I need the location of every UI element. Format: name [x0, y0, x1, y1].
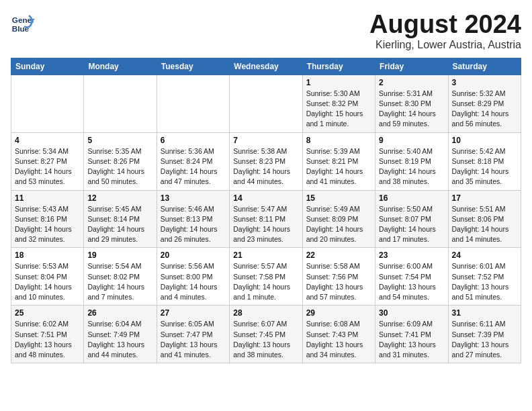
day-number: 12 [87, 193, 152, 203]
weekday-header-row: SundayMondayTuesdayWednesdayThursdayFrid… [11, 58, 521, 75]
day-info: Sunrise: 6:07 AM Sunset: 7:45 PM Dayligh… [233, 319, 298, 360]
day-info: Sunrise: 5:45 AM Sunset: 8:14 PM Dayligh… [87, 204, 152, 245]
day-number: 2 [379, 78, 444, 87]
day-cell-21: 21Sunrise: 5:57 AM Sunset: 7:58 PM Dayli… [230, 248, 302, 306]
day-cell-24: 24Sunrise: 6:01 AM Sunset: 7:52 PM Dayli… [448, 248, 521, 306]
day-info: Sunrise: 5:32 AM Sunset: 8:29 PM Dayligh… [452, 89, 517, 130]
day-info: Sunrise: 5:40 AM Sunset: 8:19 PM Dayligh… [379, 146, 444, 187]
day-info: Sunrise: 5:30 AM Sunset: 8:32 PM Dayligh… [306, 89, 371, 130]
day-info: Sunrise: 5:35 AM Sunset: 8:26 PM Dayligh… [87, 146, 152, 187]
day-number: 25 [15, 308, 80, 318]
empty-cell [157, 75, 229, 132]
day-number: 8 [306, 136, 371, 145]
week-row-2: 4Sunrise: 5:34 AM Sunset: 8:27 PM Daylig… [11, 132, 521, 190]
day-number: 13 [161, 193, 226, 203]
day-cell-29: 29Sunrise: 6:08 AM Sunset: 7:43 PM Dayli… [302, 306, 375, 363]
day-cell-1: 1Sunrise: 5:30 AM Sunset: 8:32 PM Daylig… [302, 75, 375, 132]
empty-cell [230, 75, 302, 132]
weekday-header-thursday: Thursday [302, 58, 375, 75]
logo-icon: General Blue [11, 11, 35, 35]
day-cell-14: 14Sunrise: 5:47 AM Sunset: 8:11 PM Dayli… [230, 190, 302, 248]
day-cell-26: 26Sunrise: 6:04 AM Sunset: 7:49 PM Dayli… [84, 306, 157, 363]
day-cell-2: 2Sunrise: 5:31 AM Sunset: 8:30 PM Daylig… [375, 75, 448, 132]
day-info: Sunrise: 6:04 AM Sunset: 7:49 PM Dayligh… [87, 319, 152, 360]
day-number: 16 [379, 193, 444, 203]
day-cell-8: 8Sunrise: 5:39 AM Sunset: 8:21 PM Daylig… [302, 132, 375, 190]
day-info: Sunrise: 5:57 AM Sunset: 7:58 PM Dayligh… [233, 261, 298, 302]
day-cell-22: 22Sunrise: 5:58 AM Sunset: 7:56 PM Dayli… [302, 248, 375, 306]
day-cell-15: 15Sunrise: 5:49 AM Sunset: 8:09 PM Dayli… [302, 190, 375, 248]
day-number: 30 [379, 308, 444, 318]
week-row-3: 11Sunrise: 5:43 AM Sunset: 8:16 PM Dayli… [11, 190, 521, 248]
day-number: 17 [452, 193, 517, 203]
day-number: 5 [87, 136, 152, 145]
day-info: Sunrise: 5:56 AM Sunset: 8:00 PM Dayligh… [161, 261, 226, 302]
day-info: Sunrise: 5:54 AM Sunset: 8:02 PM Dayligh… [87, 261, 152, 302]
weekday-header-tuesday: Tuesday [157, 58, 229, 75]
day-info: Sunrise: 5:43 AM Sunset: 8:16 PM Dayligh… [15, 204, 80, 245]
day-cell-20: 20Sunrise: 5:56 AM Sunset: 8:00 PM Dayli… [157, 248, 229, 306]
weekday-header-friday: Friday [375, 58, 448, 75]
day-cell-13: 13Sunrise: 5:46 AM Sunset: 8:13 PM Dayli… [157, 190, 229, 248]
day-info: Sunrise: 5:42 AM Sunset: 8:18 PM Dayligh… [452, 146, 517, 187]
day-number: 31 [452, 308, 517, 318]
weekday-header-monday: Monday [84, 58, 157, 75]
day-info: Sunrise: 5:46 AM Sunset: 8:13 PM Dayligh… [161, 204, 226, 245]
location-title: Kierling, Lower Austria, Austria [369, 39, 521, 51]
day-info: Sunrise: 5:39 AM Sunset: 8:21 PM Dayligh… [306, 146, 371, 187]
day-cell-27: 27Sunrise: 6:05 AM Sunset: 7:47 PM Dayli… [157, 306, 229, 363]
day-number: 9 [379, 136, 444, 145]
day-number: 4 [15, 136, 80, 145]
day-info: Sunrise: 6:11 AM Sunset: 7:39 PM Dayligh… [452, 319, 517, 360]
day-info: Sunrise: 6:01 AM Sunset: 7:52 PM Dayligh… [452, 261, 517, 302]
day-info: Sunrise: 5:58 AM Sunset: 7:56 PM Dayligh… [306, 261, 371, 302]
day-cell-19: 19Sunrise: 5:54 AM Sunset: 8:02 PM Dayli… [84, 248, 157, 306]
day-info: Sunrise: 5:49 AM Sunset: 8:09 PM Dayligh… [306, 204, 371, 245]
week-row-4: 18Sunrise: 5:53 AM Sunset: 8:04 PM Dayli… [11, 248, 521, 306]
day-number: 23 [379, 250, 444, 260]
day-cell-9: 9Sunrise: 5:40 AM Sunset: 8:19 PM Daylig… [375, 132, 448, 190]
weekday-header-sunday: Sunday [11, 58, 84, 75]
day-cell-16: 16Sunrise: 5:50 AM Sunset: 8:07 PM Dayli… [375, 190, 448, 248]
day-info: Sunrise: 5:47 AM Sunset: 8:11 PM Dayligh… [233, 204, 298, 245]
day-cell-25: 25Sunrise: 6:02 AM Sunset: 7:51 PM Dayli… [11, 306, 84, 363]
empty-cell [84, 75, 157, 132]
week-row-5: 25Sunrise: 6:02 AM Sunset: 7:51 PM Dayli… [11, 306, 521, 363]
day-info: Sunrise: 5:36 AM Sunset: 8:24 PM Dayligh… [161, 146, 226, 187]
day-number: 15 [306, 193, 371, 203]
weekday-header-wednesday: Wednesday [230, 58, 302, 75]
week-row-1: 1Sunrise: 5:30 AM Sunset: 8:32 PM Daylig… [11, 75, 521, 132]
day-number: 29 [306, 308, 371, 318]
header: General Blue August 2024 Kierling, Lower… [11, 11, 521, 51]
day-number: 28 [233, 308, 298, 318]
day-info: Sunrise: 5:51 AM Sunset: 8:06 PM Dayligh… [452, 204, 517, 245]
day-number: 6 [161, 136, 226, 145]
day-number: 1 [306, 78, 371, 87]
weekday-header-saturday: Saturday [448, 58, 521, 75]
day-info: Sunrise: 5:31 AM Sunset: 8:30 PM Dayligh… [379, 89, 444, 130]
logo: General Blue [11, 11, 35, 35]
day-cell-7: 7Sunrise: 5:38 AM Sunset: 8:23 PM Daylig… [230, 132, 302, 190]
day-number: 20 [161, 250, 226, 260]
day-cell-4: 4Sunrise: 5:34 AM Sunset: 8:27 PM Daylig… [11, 132, 84, 190]
day-info: Sunrise: 6:02 AM Sunset: 7:51 PM Dayligh… [15, 319, 80, 360]
day-number: 14 [233, 193, 298, 203]
day-number: 18 [15, 250, 80, 260]
day-info: Sunrise: 5:34 AM Sunset: 8:27 PM Dayligh… [15, 146, 80, 187]
day-cell-12: 12Sunrise: 5:45 AM Sunset: 8:14 PM Dayli… [84, 190, 157, 248]
day-info: Sunrise: 6:05 AM Sunset: 7:47 PM Dayligh… [161, 319, 226, 360]
day-info: Sunrise: 5:53 AM Sunset: 8:04 PM Dayligh… [15, 261, 80, 302]
svg-text:Blue: Blue [12, 24, 30, 33]
day-info: Sunrise: 6:08 AM Sunset: 7:43 PM Dayligh… [306, 319, 371, 360]
day-cell-5: 5Sunrise: 5:35 AM Sunset: 8:26 PM Daylig… [84, 132, 157, 190]
day-cell-31: 31Sunrise: 6:11 AM Sunset: 7:39 PM Dayli… [448, 306, 521, 363]
day-number: 19 [87, 250, 152, 260]
day-info: Sunrise: 5:38 AM Sunset: 8:23 PM Dayligh… [233, 146, 298, 187]
day-cell-10: 10Sunrise: 5:42 AM Sunset: 8:18 PM Dayli… [448, 132, 521, 190]
day-cell-17: 17Sunrise: 5:51 AM Sunset: 8:06 PM Dayli… [448, 190, 521, 248]
day-cell-28: 28Sunrise: 6:07 AM Sunset: 7:45 PM Dayli… [230, 306, 302, 363]
day-number: 3 [452, 78, 517, 87]
month-title: August 2024 [369, 11, 521, 39]
day-number: 11 [15, 193, 80, 203]
day-number: 27 [161, 308, 226, 318]
